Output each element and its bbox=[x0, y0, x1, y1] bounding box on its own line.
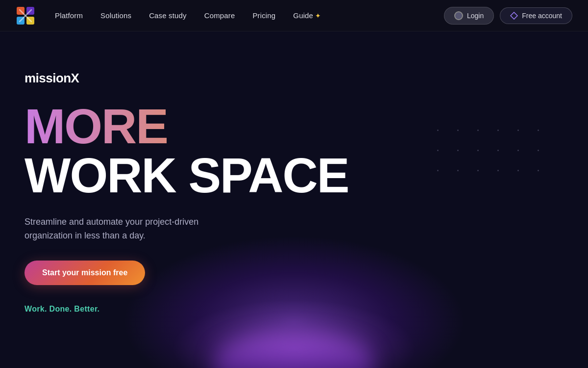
nav-item-guide[interactable]: Guide ✦ bbox=[293, 11, 321, 20]
diamond-icon bbox=[510, 12, 518, 20]
headline-more: MORE bbox=[24, 102, 564, 151]
hero-section: mission X MORE WORK SPACE Streamline and… bbox=[0, 31, 588, 368]
cta-button[interactable]: Start your mission free bbox=[24, 261, 145, 285]
brand-x: X bbox=[71, 71, 79, 86]
brand-text: mission bbox=[24, 71, 71, 86]
hero-content: mission X MORE WORK SPACE Streamline and… bbox=[0, 31, 588, 314]
nav-item-compare[interactable]: Compare bbox=[204, 11, 235, 20]
nav-item-platform[interactable]: Platform bbox=[55, 11, 83, 20]
free-account-button[interactable]: Free account bbox=[500, 7, 572, 24]
nav-links: Platform Solutions Case study Compare Pr… bbox=[55, 11, 321, 20]
nav-link-pricing[interactable]: Pricing bbox=[252, 11, 275, 20]
nav-item-case-study[interactable]: Case study bbox=[149, 11, 187, 20]
nav-left: Platform Solutions Case study Compare Pr… bbox=[16, 6, 321, 26]
hero-subtitle: Streamline and automate your project-dri… bbox=[24, 215, 260, 243]
logo[interactable] bbox=[16, 6, 35, 26]
login-button[interactable]: Login bbox=[444, 7, 494, 25]
bottom-glow bbox=[216, 334, 372, 368]
nav-right: Login Free account bbox=[444, 7, 572, 25]
login-icon bbox=[454, 11, 463, 20]
nav-item-pricing[interactable]: Pricing bbox=[252, 11, 275, 20]
navbar: Platform Solutions Case study Compare Pr… bbox=[0, 0, 588, 31]
nav-link-case-study[interactable]: Case study bbox=[149, 11, 187, 20]
headline-workspace: WORK SPACE bbox=[24, 151, 564, 200]
logo-icon bbox=[16, 6, 35, 26]
nav-link-platform[interactable]: Platform bbox=[55, 11, 83, 20]
brand-name: mission X bbox=[24, 71, 564, 86]
nav-link-solutions[interactable]: Solutions bbox=[100, 11, 131, 20]
guide-star-icon: ✦ bbox=[315, 12, 321, 20]
nav-item-solutions[interactable]: Solutions bbox=[100, 11, 131, 20]
nav-link-guide[interactable]: Guide ✦ bbox=[293, 11, 321, 20]
tagline: Work. Done. Better. bbox=[24, 305, 564, 314]
nav-link-compare[interactable]: Compare bbox=[204, 11, 235, 20]
